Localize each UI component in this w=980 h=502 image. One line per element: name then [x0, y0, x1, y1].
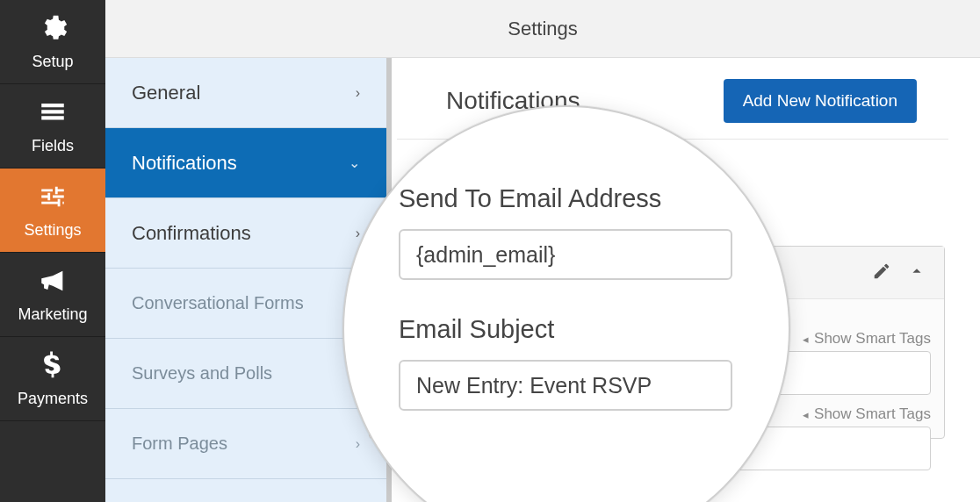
submenu-item-form-pages[interactable]: Form Pages › [105, 409, 386, 479]
sliders-icon [38, 182, 68, 221]
chevron-up-icon[interactable] [907, 262, 926, 284]
rail-label: Marketing [18, 305, 87, 324]
rail-label: Setup [32, 53, 73, 71]
left-rail: Setup Fields Settings Marketing Payments [0, 0, 105, 502]
email-subject-input[interactable]: New Entry: Event RSVP [399, 360, 732, 411]
rail-label: Settings [24, 221, 81, 240]
submenu-label: Form Pages [132, 434, 227, 454]
rail-item-fields[interactable]: Fields [0, 84, 105, 169]
submenu-label: Notifications [132, 152, 237, 175]
rail-item-setup[interactable]: Setup [0, 0, 105, 84]
submenu-item-confirmations[interactable]: Confirmations › [105, 198, 386, 269]
submenu-label: Confirmations [132, 222, 251, 245]
show-smart-tags-link[interactable]: Show Smart Tags [803, 405, 931, 423]
gear-icon [38, 13, 68, 53]
submenu-label: Surveys and Polls [132, 363, 272, 384]
show-smart-tags-link[interactable]: Show Smart Tags [803, 330, 931, 348]
page-title: Settings [508, 18, 578, 40]
edit-icon[interactable] [872, 262, 891, 284]
email-subject-label: Email Subject [399, 315, 750, 344]
chevron-right-icon: › [356, 436, 360, 452]
dollar-icon [38, 350, 68, 390]
bullhorn-icon [38, 266, 68, 305]
send-to-label: Send To Email Address [399, 184, 750, 213]
rail-item-marketing[interactable]: Marketing [0, 253, 105, 337]
submenu-label: Conversational Forms [132, 293, 304, 313]
rail-item-payments[interactable]: Payments [0, 337, 105, 421]
send-to-input[interactable]: {admin_email} [399, 229, 732, 280]
rail-item-settings[interactable]: Settings [0, 169, 105, 253]
add-notification-button[interactable]: Add New Notification [724, 79, 917, 123]
submenu-label: General [132, 82, 200, 104]
submenu-item-general[interactable]: General › [105, 58, 386, 128]
titlebar: Settings [105, 0, 980, 58]
submenu-item-notifications[interactable]: Notifications ⌄ [105, 128, 386, 198]
list-icon [38, 97, 68, 137]
chevron-down-icon: ⌄ [349, 154, 360, 171]
chevron-right-icon: › [356, 85, 360, 101]
submenu-item-form-locker[interactable]: Form Locker › [105, 479, 386, 502]
chevron-right-icon: › [356, 226, 360, 241]
rail-label: Fields [32, 137, 74, 155]
rail-label: Payments [18, 390, 88, 408]
